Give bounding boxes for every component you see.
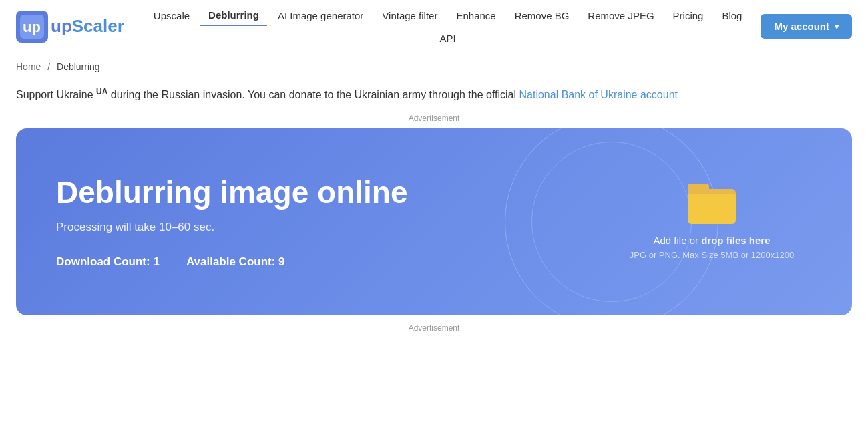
nav-item-enhance[interactable]: Enhance: [448, 6, 503, 25]
logo-text: upScaler: [51, 16, 124, 37]
ukraine-text-before: Support Ukraine: [16, 89, 96, 100]
breadcrumb: Home / Deblurring: [0, 53, 868, 80]
advertisement-label-top: Advertisement: [0, 111, 868, 128]
nav-item-remove-bg[interactable]: Remove BG: [507, 6, 578, 25]
nav-item-blog[interactable]: Blog: [714, 6, 750, 25]
nav-item-deblurring[interactable]: Deblurring: [200, 5, 267, 26]
breadcrumb-home[interactable]: Home: [16, 61, 41, 72]
ukraine-donation-link[interactable]: National Bank of Ukraine account: [519, 89, 678, 100]
main-nav: Upscale Deblurring AI Image generator Vi…: [146, 5, 750, 48]
nav-item-ai-image-generator[interactable]: AI Image generator: [270, 6, 371, 25]
header: up upScaler Upscale Deblurring AI Image …: [0, 0, 868, 53]
my-account-label: My account: [774, 21, 829, 32]
nav-item-vintage-filter[interactable]: Vintage filter: [374, 6, 445, 25]
upload-text: Add file or drop files here: [653, 235, 770, 246]
svg-text:up: up: [23, 19, 41, 35]
nav-item-api[interactable]: API: [432, 29, 464, 48]
ukraine-banner: Support Ukraine UA during the Russian in…: [0, 80, 868, 111]
card-right[interactable]: Add file or drop files here JPG or PNG. …: [612, 184, 812, 260]
drop-files-text: drop files here: [701, 235, 770, 246]
upload-hint: JPG or PNG. Max Size 5MB or 1200x1200: [630, 250, 794, 260]
folder-icon: [688, 184, 736, 224]
my-account-button[interactable]: My account ▾: [761, 14, 852, 39]
advertisement-label-bottom: Advertisement: [0, 315, 868, 338]
download-count: Download Count: 1: [56, 255, 160, 269]
nav-bottom-row: API: [432, 29, 464, 48]
nav-item-pricing[interactable]: Pricing: [665, 6, 712, 25]
upload-or: or: [690, 235, 702, 246]
logo-icon: up: [16, 11, 48, 43]
breadcrumb-current: Deblurring: [57, 61, 100, 72]
ukraine-text-middle: during the Russian invasion. You can don…: [107, 89, 519, 100]
available-count: Available Count: 9: [186, 255, 285, 269]
nav-item-upscale[interactable]: Upscale: [146, 6, 198, 25]
chevron-down-icon: ▾: [835, 22, 839, 31]
nav-item-remove-jpeg[interactable]: Remove JPEG: [580, 6, 662, 25]
nav-top-row: Upscale Deblurring AI Image generator Vi…: [146, 5, 750, 26]
add-file-link[interactable]: Add file: [653, 235, 689, 246]
breadcrumb-separator: /: [47, 61, 50, 72]
main-card: Deblurring image online Processing will …: [16, 128, 852, 315]
logo-link[interactable]: up upScaler: [16, 11, 124, 43]
ua-badge: UA: [96, 87, 107, 96]
folder-front: [688, 194, 736, 224]
